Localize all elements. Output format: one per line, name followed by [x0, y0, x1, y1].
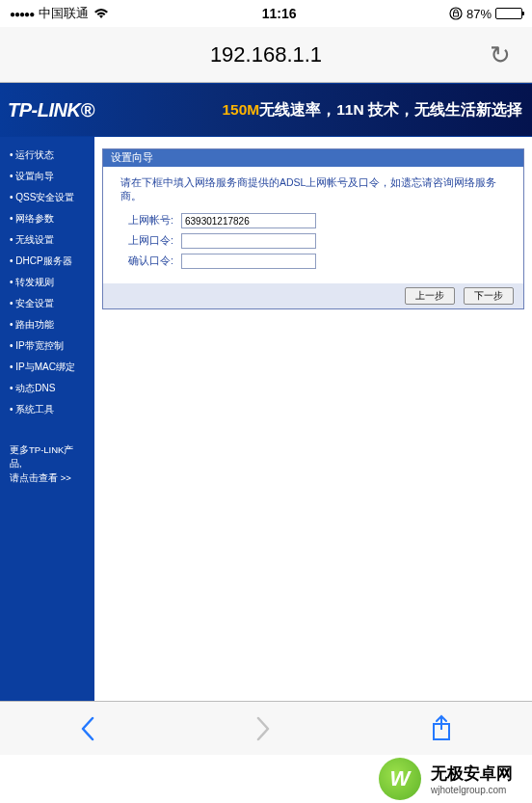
ios-status-bar: ●●●●● 中国联通 11:16 87%: [0, 0, 532, 27]
orientation-lock-icon: [449, 7, 463, 20]
router-banner: TP-LINK® 150M无线速率，11N 技术，无线生活新选择: [0, 83, 532, 137]
row-confirm: 确认口令:: [120, 254, 510, 269]
sidebar-item-network[interactable]: 网络参数: [4, 208, 91, 229]
sidebar-item-systools[interactable]: 系统工具: [4, 399, 91, 420]
battery-percent: 87%: [466, 7, 492, 21]
panel-title: 设置向导: [103, 149, 523, 167]
banner-slogan: 150M无线速率，11N 技术，无线生活新选择: [222, 100, 522, 120]
watermark-logo-icon: W: [379, 758, 421, 800]
sidebar-item-forward[interactable]: 转发规则: [4, 272, 91, 293]
share-button[interactable]: [430, 714, 453, 743]
tplink-logo: TP-LINK®: [8, 99, 94, 121]
account-label: 上网帐号:: [120, 214, 173, 228]
battery-icon: [495, 8, 522, 19]
sidebar-item-wizard[interactable]: 设置向导: [4, 166, 91, 187]
sidebar-item-wireless[interactable]: 无线设置: [4, 229, 91, 251]
password-label: 上网口令:: [120, 234, 173, 248]
promo-link[interactable]: 请点击查看 >>: [10, 471, 85, 485]
next-button[interactable]: 下一步: [464, 287, 514, 305]
panel-body: 请在下框中填入网络服务商提供的ADSL上网帐号及口令，如遗忘请咨询网络服务商。 …: [103, 167, 523, 283]
url-text: 192.168.1.1: [210, 42, 322, 67]
browser-address-bar[interactable]: 192.168.1.1 ↻: [0, 27, 532, 83]
forward-button[interactable]: [254, 715, 272, 742]
password-input[interactable]: [181, 233, 316, 249]
setup-wizard-panel: 设置向导 请在下框中填入网络服务商提供的ADSL上网帐号及口令，如遗忘请咨询网络…: [102, 148, 524, 309]
sidebar-item-bandwidth[interactable]: IP带宽控制: [4, 335, 91, 357]
promo-line1: 更多TP-LINK产品,: [10, 443, 85, 471]
row-password: 上网口令:: [120, 233, 510, 249]
sidebar-item-qss[interactable]: QSS安全设置: [4, 187, 91, 208]
router-sidebar: 运行状态 设置向导 QSS安全设置 网络参数 无线设置 DHCP服务器 转发规则…: [0, 137, 94, 715]
sidebar-item-status[interactable]: 运行状态: [4, 145, 91, 166]
router-admin-page: TP-LINK® 150M无线速率，11N 技术，无线生活新选择 运行状态 设置…: [0, 83, 532, 715]
watermark-url: wjhotelgroup.com: [431, 785, 513, 795]
watermark-title: 无极安卓网: [431, 763, 513, 785]
status-right: 87%: [449, 7, 522, 21]
sidebar-item-ddns[interactable]: 动态DNS: [4, 378, 91, 399]
wifi-icon: [93, 8, 109, 19]
watermark: W 无极安卓网 wjhotelgroup.com: [0, 755, 532, 803]
sidebar-item-ipmac[interactable]: IP与MAC绑定: [4, 357, 91, 378]
signal-dots-icon: ●●●●●: [10, 9, 34, 19]
banner-slogan-rest: 无线速率，11N 技术，无线生活新选择: [259, 101, 522, 118]
browser-toolbar: [0, 701, 532, 755]
confirm-input[interactable]: [181, 254, 316, 269]
router-body: 运行状态 设置向导 QSS安全设置 网络参数 无线设置 DHCP服务器 转发规则…: [0, 137, 532, 715]
prev-button[interactable]: 上一步: [405, 287, 455, 305]
back-button[interactable]: [79, 715, 96, 742]
sidebar-promo: 更多TP-LINK产品, 请点击查看 >>: [4, 440, 91, 489]
sidebar-item-dhcp[interactable]: DHCP服务器: [4, 251, 91, 272]
row-account: 上网帐号:: [120, 213, 510, 228]
panel-footer: 上一步 下一步: [103, 283, 523, 308]
sidebar-item-security[interactable]: 安全设置: [4, 293, 91, 314]
router-content: 设置向导 请在下框中填入网络服务商提供的ADSL上网帐号及口令，如遗忘请咨询网络…: [94, 137, 532, 715]
status-left: ●●●●● 中国联通: [10, 5, 109, 22]
banner-slogan-prefix: 150M: [222, 101, 259, 118]
watermark-text: 无极安卓网 wjhotelgroup.com: [431, 763, 513, 795]
account-input[interactable]: [181, 213, 316, 228]
sidebar-item-routing[interactable]: 路由功能: [4, 314, 91, 335]
reload-icon[interactable]: ↻: [490, 40, 511, 69]
status-time: 11:16: [262, 6, 297, 21]
carrier-label: 中国联通: [39, 5, 89, 22]
confirm-label: 确认口令:: [120, 254, 173, 268]
panel-hint: 请在下框中填入网络服务商提供的ADSL上网帐号及口令，如遗忘请咨询网络服务商。: [120, 176, 510, 203]
